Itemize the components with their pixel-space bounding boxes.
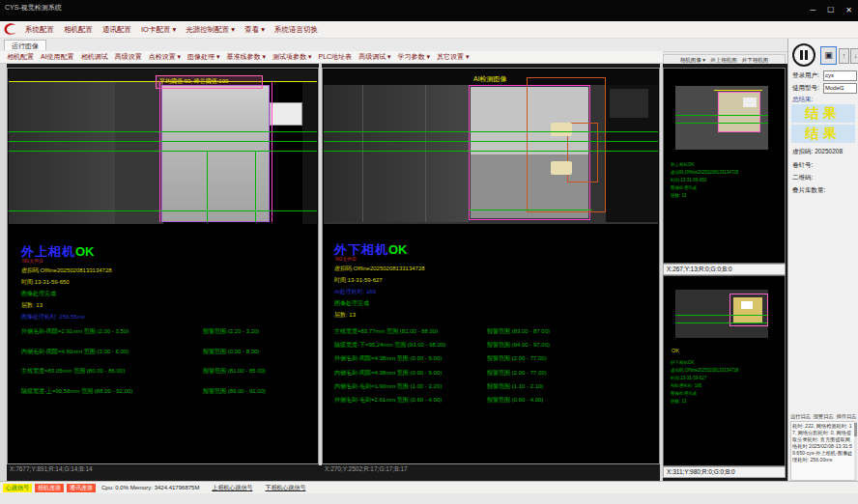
toolbar-item[interactable]: 相机配置 [7,52,34,62]
scroll-up-button[interactable]: ↑ [839,48,849,64]
virtual-code-caption: 虚拟码: [792,148,813,154]
mini-result-line: 图像处理完成 [671,184,782,192]
toolbar-item[interactable]: AI使用配置 [41,52,74,62]
thumbnail-image-upper [675,86,768,150]
toolbar-item[interactable]: 图像处理 ▾ [187,52,219,62]
thumbnail-tab[interactable]: 外下相机图 [742,57,769,64]
toolbar-item[interactable]: PLC地址表 [319,52,353,62]
result-box-lower: 结果 [791,125,855,143]
measure-vline [207,151,208,222]
window-controls: ─ ☐ ✕ [810,7,852,14]
measurement-value: 主线宽度=83.77mm 范围:(82.00 - 88.00) [334,327,438,336]
login-user-input[interactable] [823,70,857,81]
camera-icon: ▣ [824,50,833,60]
menu-item[interactable]: 查看 ▾ [244,25,265,35]
camera-image-lower: AI检测图像 [324,70,658,224]
log-tab[interactable]: 操作日志 [837,413,857,420]
title-bar: CYS-视觉检测系统 ─ ☐ ✕ [0,0,858,21]
alarm-range: 报警范围:(89.00 - 91.00) [203,387,266,396]
thumbnail-image-lower [675,290,768,338]
menu-item[interactable]: 光源控制配置 ▾ [186,25,235,35]
measure-line [675,123,768,124]
close-button[interactable]: ✕ [845,7,852,14]
measurement-row: 内侧毛刺-间隙=4.38mm 范围:(0.00 - 9.00) 报警范围:(2.… [334,369,655,382]
toolbar-item[interactable]: 测试项参数 ▾ [272,52,311,62]
machine-body [324,85,469,222]
thumbnail-tab[interactable]: 相机图像 ▾ [680,57,705,64]
toolbar: 相机配置AI使用配置相机调试高级设置点检设置 ▾图像处理 ▾基准线参数 ▾测试项… [0,51,663,64]
menu-item[interactable]: 相机配置 [64,25,93,35]
status-bar: 心跳信号 相机连接 通讯连接 Cpu: 0.0% Memory: 3424.41… [0,481,858,493]
timestamp: 时间:13-31-59-650 [21,278,70,287]
menu-item[interactable]: 通讯配置 [102,25,131,35]
app-logo-icon [3,22,17,37]
measure-line [9,151,317,152]
toolbar-item[interactable]: 其它设置 ▾ [437,52,469,62]
tab-run-image[interactable]: 运行图像 [4,40,46,50]
log-text: 耗时: 222, 网络检测耗时: 17, 网络分割耗时: 0, 网络提取分类耗时… [790,421,856,481]
toolbar-item[interactable]: 学习参数 ▾ [398,52,430,62]
weld-highlight [551,123,572,136]
lower-camera-heartbeat-link[interactable]: 下相机心跳信号 [265,484,305,492]
thumbnail-view-upper[interactable]: 外上相机OK虚拟码:Offline20250208133134728时间:13-… [663,68,786,264]
ng-note: NG文件|1 [22,258,43,264]
scroll-down-button[interactable]: ↓ [850,48,858,64]
toolbar-item[interactable]: 相机调试 [81,52,108,62]
alarm-range: 报警范围:(81.00 - 85.00) [203,367,266,376]
panel-seam [425,85,426,222]
alarm-range: 报警范围:(2.00 - 77.00) [487,369,547,378]
camera-view-lower[interactable]: AI检测图像 外下相机OK NG文件|0 虚拟码:Offline20250208… [322,68,660,464]
tab-row: 运行图像 [0,39,787,52]
process-done: 图像处理完成 [334,299,369,308]
alarm-range: 报警范围:(1.10 - 2.10) [487,382,543,391]
machine-column [115,81,163,224]
mini-result-line: 外上相机OK [671,161,782,169]
timestamp: 时间:13-31-59-627 [334,276,383,285]
comm-connect-badge: 通讯连接 [67,484,96,492]
toolbar-item[interactable]: 高级调试 ▾ [358,52,390,62]
menu-item[interactable]: 系统语言切换 [274,25,318,35]
menu-item[interactable]: IO卡配置 ▾ [141,25,176,35]
log-tab[interactable]: 报警日志 [814,413,834,420]
model-input[interactable] [823,83,857,94]
measurement-value: 内侧毛刺-间隙=4.60mm 范围:(3.00 - 6.00) [21,348,129,356]
upper-camera-heartbeat-link[interactable]: 上相机心跳信号 [212,484,252,492]
measurement-row: 外侧毛刺-毛刺=2.61mm 范围:(0.60 - 4.00) 报警范围:(0.… [334,396,655,409]
thumbnail-view-lower[interactable]: OK 外下相机OK虚拟码:Offline20250208133134728时间:… [663,275,786,466]
menu-items: 系统配置相机配置通讯配置IO卡配置 ▾光源控制配置 ▾查看 ▾系统语言切换 [20,25,323,35]
measure-line [675,115,768,116]
camera-button[interactable]: ▣ [820,46,837,65]
toolbar-item[interactable]: 点检设置 ▾ [149,52,181,62]
measurement-row: 外侧毛刺-间隙=2.91mm 范围:(2.00 - 3.50) 报警范围:(2.… [21,327,314,348]
log-tab[interactable]: 运行日志 [790,413,811,420]
ai-elapsed: AI处理耗时: 166 [334,288,376,296]
pause-button[interactable] [792,43,815,67]
measurement-value: 内侧毛刺-毛刺=1.90mm 范围:(1.00 - 2.20) [334,382,442,391]
camera-name: 外下相机 [334,242,388,257]
menu-bar: 系统配置相机配置通讯配置IO卡配置 ▾光源控制配置 ▾查看 ▾系统语言切换 [0,21,858,39]
ng-note: NG文件|0 [335,256,357,262]
mini-result-line: 虚拟码:Offline20250208133134728 [671,169,782,177]
thumbnail-tab[interactable]: 外上相机图 [710,57,737,64]
minimize-button[interactable]: ─ [810,7,815,14]
mini-result-line: AI处理耗时: 166 [671,382,782,390]
log-scrollbar[interactable] [854,421,857,479]
measure-line [9,210,317,211]
menu-item[interactable]: 系统配置 [25,25,54,35]
scrollbar-thumb[interactable] [854,423,857,436]
alarm-range: 报警范围:(0.00 - 8.00) [203,348,259,356]
measurement-row: 内侧毛刺-间隙=4.60mm 范围:(3.00 - 6.00) 报警范围:(0.… [21,348,314,368]
camera-connect-badge: 相机连接 [35,484,64,492]
pixel-readout-mid: X:270;Y:2502;R:17;G:17;B:17 [325,465,408,472]
camera-view-upper[interactable]: 平均阈值:93, 峰谷阈值:100 外上相机OK NG文件|1 虚拟码:Offl… [7,68,319,464]
process-done: 图像处理完成 [21,290,56,298]
toolbar-item[interactable]: 基准线参数 ▾ [227,52,266,62]
mini-result-lines: 外下相机OK虚拟码:Offline20250208133134728时间:13-… [671,359,782,406]
measurement-value: 主线宽度=83.05mm 范围:(80.00 - 86.00) [21,367,125,376]
toolbar-item[interactable]: 高级设置 [115,52,142,62]
reel-number-label: 卷针号: [792,161,813,170]
pixel-readout-thumb2: X:311;Y:980;R:0;G:0;B:0 [663,466,786,478]
maximize-button[interactable]: ☐ [827,7,834,14]
result-box-upper: 结果 [791,104,855,123]
model-label: 使用型号: [792,84,819,93]
